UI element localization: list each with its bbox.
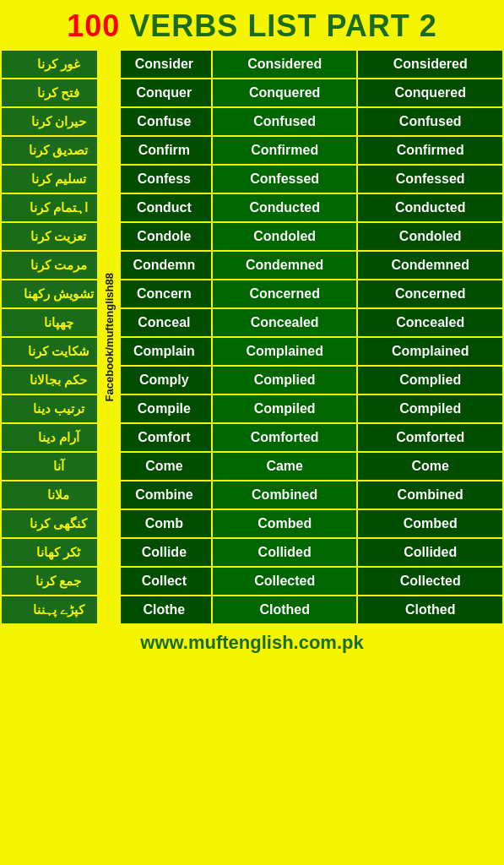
base-cell: Comply xyxy=(117,366,212,394)
base-cell: Come xyxy=(117,452,212,481)
table-container: Facebook/muftenglish88 غور کرناConsiderC… xyxy=(0,49,504,625)
table-row: کنگھی کرناCombCombedCombed xyxy=(1,509,503,538)
pp-cell: Conducted xyxy=(357,193,503,222)
pp-cell: Condemned xyxy=(357,251,503,280)
pp-cell: Confirmed xyxy=(357,136,503,165)
base-cell: Confess xyxy=(117,165,212,193)
pp-cell: Compiled xyxy=(357,394,503,423)
table-row: حکم بجالاناComplyCompliedComplied xyxy=(1,366,503,394)
pp-cell: Confessed xyxy=(357,165,503,193)
past-cell: Combined xyxy=(212,481,358,509)
past-cell: Confused xyxy=(212,107,358,136)
table-row: ٹکر کھاناCollideCollidedCollided xyxy=(1,538,503,567)
pp-cell: Considered xyxy=(357,50,503,79)
past-cell: Concealed xyxy=(212,308,358,337)
base-cell: Confuse xyxy=(117,107,212,136)
table-row: تسلیم کرناConfessConfessedConfessed xyxy=(1,165,503,193)
table-row: آناComeCameCome xyxy=(1,452,503,481)
base-cell: Conduct xyxy=(117,193,212,222)
past-cell: Compiled xyxy=(212,394,358,423)
sidebar-label: Facebook/muftenglish88 xyxy=(97,49,121,625)
table-row: تصدیق کرناConfirmConfirmedConfirmed xyxy=(1,136,503,165)
past-cell: Conquered xyxy=(212,79,358,107)
table-row: غور کرناConsiderConsideredConsidered xyxy=(1,50,503,79)
table-row: چھپاناConcealConcealedConcealed xyxy=(1,308,503,337)
pp-cell: Comforted xyxy=(357,423,503,452)
base-cell: Comfort xyxy=(117,423,212,452)
base-cell: Condole xyxy=(117,222,212,251)
pp-cell: Conquered xyxy=(357,79,503,107)
past-cell: Combed xyxy=(212,509,358,538)
past-cell: Clothed xyxy=(212,596,358,624)
past-cell: Condemned xyxy=(212,251,358,280)
past-cell: Collected xyxy=(212,567,358,596)
table-row: فتح کرناConquerConqueredConquered xyxy=(1,79,503,107)
pp-cell: Collided xyxy=(357,538,503,567)
past-cell: Considered xyxy=(212,50,358,79)
past-cell: Condoled xyxy=(212,222,358,251)
sidebar-text: Facebook/muftenglish88 xyxy=(101,269,117,405)
verbs-table: غور کرناConsiderConsideredConsideredفتح … xyxy=(0,49,504,625)
pp-cell: Collected xyxy=(357,567,503,596)
base-cell: Conquer xyxy=(117,79,212,107)
base-cell: Confirm xyxy=(117,136,212,165)
pp-cell: Combined xyxy=(357,481,503,509)
past-cell: Came xyxy=(212,452,358,481)
header-num: 100 xyxy=(67,8,120,43)
table-row: ترتیب دیناCompileCompiledCompiled xyxy=(1,394,503,423)
pp-cell: Confused xyxy=(357,107,503,136)
pp-cell: Combed xyxy=(357,509,503,538)
table-row: حیران کرناConfuseConfusedConfused xyxy=(1,107,503,136)
table-row: مرمت کرناCondemnCondemnedCondemned xyxy=(1,251,503,280)
base-cell: Consider xyxy=(117,50,212,79)
pp-cell: Complied xyxy=(357,366,503,394)
pp-cell: Concealed xyxy=(357,308,503,337)
table-row: تشویش رکھناConcernConcernedConcerned xyxy=(1,280,503,308)
table-row: تعزیت کرناCondoleCondoledCondoled xyxy=(1,222,503,251)
past-cell: Concerned xyxy=(212,280,358,308)
past-cell: Confirmed xyxy=(212,136,358,165)
past-cell: Confessed xyxy=(212,165,358,193)
past-cell: Complied xyxy=(212,366,358,394)
base-cell: Collect xyxy=(117,567,212,596)
past-cell: Comforted xyxy=(212,423,358,452)
base-cell: Compile xyxy=(117,394,212,423)
table-row: شکایت کرناComplainComplainedComplained xyxy=(1,337,503,366)
base-cell: Complain xyxy=(117,337,212,366)
base-cell: Conceal xyxy=(117,308,212,337)
pp-cell: Complained xyxy=(357,337,503,366)
base-cell: Collide xyxy=(117,538,212,567)
footer: www.muftenglish.com.pk xyxy=(0,625,504,661)
base-cell: Concern xyxy=(117,280,212,308)
footer-url: www.muftenglish.com.pk xyxy=(140,632,363,653)
table-row: آرام دیناComfortComfortedComforted xyxy=(1,423,503,452)
pp-cell: Condoled xyxy=(357,222,503,251)
base-cell: Clothe xyxy=(117,596,212,624)
pp-cell: Concerned xyxy=(357,280,503,308)
base-cell: Condemn xyxy=(117,251,212,280)
pp-cell: Come xyxy=(357,452,503,481)
past-cell: Collided xyxy=(212,538,358,567)
table-row: ملاناCombineCombinedCombined xyxy=(1,481,503,509)
header: 100 VERBS LIST PART 2 xyxy=(0,0,504,49)
base-cell: Comb xyxy=(117,509,212,538)
past-cell: Complained xyxy=(212,337,358,366)
pp-cell: Clothed xyxy=(357,596,503,624)
past-cell: Conducted xyxy=(212,193,358,222)
table-row: اہتمام کرناConductConductedConducted xyxy=(1,193,503,222)
header-title: VERBS LIST PART 2 xyxy=(120,8,436,43)
base-cell: Combine xyxy=(117,481,212,509)
table-row: کپڑے پہنناClotheClothedClothed xyxy=(1,596,503,624)
table-row: جمع کرناCollectCollectedCollected xyxy=(1,567,503,596)
